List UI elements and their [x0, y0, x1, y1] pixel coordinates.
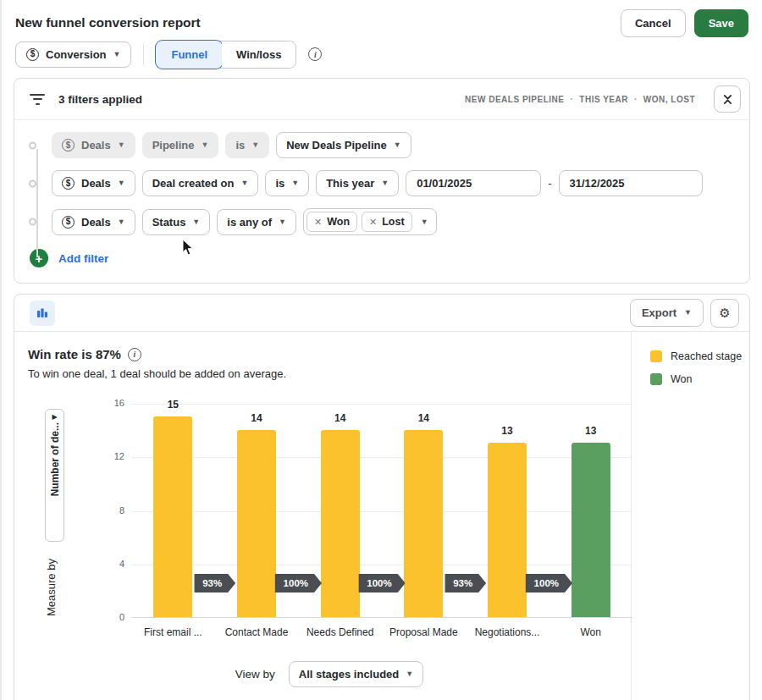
chevron-down-icon: ▼ — [201, 141, 208, 149]
operator-label: is any of — [227, 216, 272, 229]
measure-value: Number of de... — [49, 422, 61, 496]
operator-dropdown[interactable]: is ▼ — [265, 170, 309, 196]
bar-chart-icon — [36, 306, 49, 320]
filter-icon — [30, 94, 45, 105]
collapse-icon — [721, 93, 734, 106]
win-rate-info-icon[interactable]: i — [128, 348, 141, 361]
operator-dropdown[interactable]: is ▼ — [225, 132, 269, 158]
dollar-circle-icon: $ — [62, 216, 75, 229]
chip-won[interactable]: ✕ Won — [306, 212, 357, 232]
bar-3[interactable] — [321, 430, 360, 617]
settings-button[interactable]: ⚙ — [710, 299, 739, 328]
date-to-input[interactable] — [559, 170, 703, 196]
chevron-down-icon: ▼ — [118, 218, 125, 226]
bar-2[interactable] — [237, 430, 276, 617]
field-label: Pipeline — [152, 139, 195, 152]
filter-row-status: $ Deals ▼ Status ▼ is any of ▼ ✕ Won — [28, 208, 736, 235]
tab-winloss[interactable]: Win/loss — [222, 41, 295, 68]
cancel-button[interactable]: Cancel — [621, 9, 686, 37]
conversion-dropdown[interactable]: $ Conversion ▼ — [15, 41, 131, 68]
entity-dropdown[interactable]: $ Deals ▼ — [52, 209, 135, 235]
report-builder-page: New funnel conversion report Cancel Save… — [0, 0, 762, 700]
operator-label: is — [235, 139, 245, 152]
chip-label: Won — [327, 216, 350, 228]
funnel-bar-plot: 048121615First email ...14Contact Made14… — [131, 404, 632, 618]
measure-dropdown-vertical[interactable]: ▶ Number of de... — [45, 409, 64, 542]
tab-funnel[interactable]: Funnel — [156, 41, 223, 69]
y-axis-tick: 16 — [99, 398, 124, 408]
add-filter-button[interactable]: + Add filter — [28, 249, 108, 267]
filter-node — [29, 179, 36, 187]
bar-6[interactable] — [572, 443, 610, 617]
period-value-dropdown[interactable]: This year ▼ — [316, 170, 399, 196]
chevron-down-icon: ▼ — [113, 51, 121, 58]
date-from-input[interactable] — [406, 170, 541, 196]
conversion-badge: 100% — [358, 574, 405, 593]
field-dropdown[interactable]: Status ▼ — [142, 209, 211, 235]
bar-5[interactable] — [488, 443, 527, 617]
collapse-filters-button[interactable] — [714, 85, 741, 113]
chart-toolbar-actions: Export ▼ ⚙ — [630, 299, 739, 328]
x-axis-label: Won — [549, 626, 632, 638]
remove-chip-icon[interactable]: ✕ — [314, 218, 322, 227]
plus-icon: + — [30, 249, 48, 267]
bar-4[interactable] — [404, 430, 443, 617]
save-button[interactable]: Save — [694, 9, 748, 37]
period-value-label: This year — [326, 177, 374, 190]
chevron-down-icon: ▼ — [118, 141, 125, 149]
summary-period: THIS YEAR — [579, 95, 628, 104]
legend-label: Reached stage — [671, 350, 742, 362]
header-actions: Cancel Save — [621, 9, 748, 37]
filter-node — [29, 218, 36, 226]
view-tab-group: Funnel Win/loss — [156, 41, 296, 69]
y-axis-tick: 4 — [99, 559, 124, 569]
view-by-dropdown[interactable]: All stages included ▼ — [289, 661, 423, 687]
entity-label: Deals — [81, 216, 111, 229]
filters-header: 3 filters applied NEW DEALS PIPELINE · T… — [14, 79, 749, 119]
chevron-down-icon: ▼ — [684, 309, 692, 317]
x-axis-label: Contact Made — [215, 626, 299, 638]
field-dropdown[interactable]: Pipeline ▼ — [142, 132, 219, 158]
summary-separator: · — [570, 95, 573, 104]
conversion-dropdown-label: Conversion — [46, 48, 107, 61]
win-rate-title: Win rate is 87% — [28, 347, 121, 361]
chip-lost[interactable]: ✕ Lost — [362, 212, 412, 232]
operator-dropdown[interactable]: is any of ▼ — [217, 209, 296, 235]
summary-status: WON, LOST — [643, 95, 695, 104]
gear-icon: ⚙ — [719, 306, 730, 321]
field-dropdown[interactable]: Deal created on ▼ — [142, 170, 259, 196]
legend-item: Won — [650, 373, 749, 385]
chevron-down-icon: ▼ — [118, 179, 125, 187]
export-button[interactable]: Export ▼ — [630, 299, 704, 327]
status-multiselect[interactable]: ✕ Won ✕ Lost ▼ — [303, 208, 437, 235]
field-label: Deal created on — [152, 177, 235, 190]
legend-item: Reached stage — [650, 350, 749, 362]
gridline — [131, 511, 632, 512]
entity-label: Deals — [81, 177, 111, 190]
legend-swatch — [650, 350, 662, 362]
export-label: Export — [642, 306, 676, 319]
chevron-down-icon: ▼ — [291, 179, 299, 187]
x-axis-label: Negotiations... — [466, 626, 549, 638]
bar-1[interactable] — [153, 416, 192, 617]
chevron-down-icon: ▼ — [279, 218, 286, 226]
chevron-down-icon: ▼ — [394, 141, 401, 149]
filters-body: $ Deals ▼ Pipeline ▼ is ▼ New Deals Pipe… — [14, 119, 749, 283]
filter-node — [29, 141, 36, 149]
entity-dropdown[interactable]: $ Deals ▼ — [52, 170, 135, 196]
pipeline-value-dropdown[interactable]: New Deals Pipeline ▼ — [276, 132, 411, 158]
view-by-row: View by All stages included ▼ — [28, 661, 631, 687]
win-rate-subtitle: To win one deal, 1 deal should be added … — [28, 367, 631, 380]
field-label: Status — [152, 216, 186, 229]
add-filter-label: Add filter — [58, 252, 108, 265]
x-axis-label: Needs Defined — [298, 626, 382, 638]
bar-value-label: 13 — [466, 425, 549, 437]
chart-toolbar: Export ▼ ⚙ — [14, 295, 749, 332]
chevron-down-icon: ▼ — [192, 218, 200, 226]
entity-dropdown[interactable]: $ Deals ▼ — [52, 132, 135, 158]
report-type-info-icon[interactable]: i — [308, 47, 322, 61]
remove-chip-icon[interactable]: ✕ — [369, 218, 377, 227]
chart-type-button[interactable] — [30, 300, 55, 326]
gridline — [131, 457, 632, 458]
filters-summary: NEW DEALS PIPELINE · THIS YEAR · WON, LO… — [465, 95, 695, 104]
